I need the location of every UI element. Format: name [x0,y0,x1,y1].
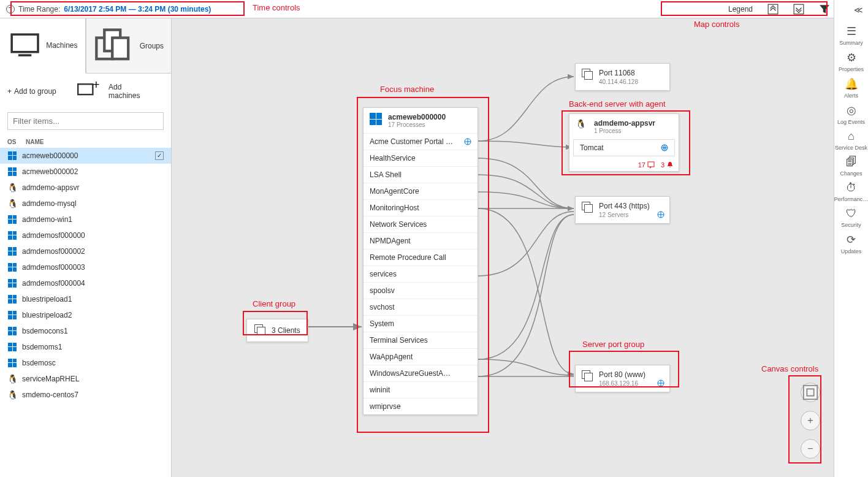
linux-icon: 🐧 [7,199,17,208]
machine-item[interactable]: 🐧admdemo-mysql [0,196,171,212]
collapse-panel-icon[interactable]: ≪ [854,5,863,15]
rp-alerts[interactable]: 🔔Alerts [834,75,868,101]
globe-icon [657,211,664,218]
rp-updates[interactable]: ⟳Updates [834,231,868,257]
windows-icon [7,167,17,177]
linux-icon: 🐧 [576,119,589,132]
process-row[interactable]: services [364,265,478,282]
process-row[interactable]: Remote Procedure Call [364,249,478,265]
machine-item[interactable]: 🐧smdemo-centos7 [0,387,171,403]
machine-item[interactable]: acmeweb000002 [0,164,171,180]
process-row[interactable]: spoolsv [364,282,478,299]
process-row[interactable]: WindowsAzureGuestA… [364,365,478,381]
machine-item[interactable]: bluestripeload1 [0,291,171,307]
process-row[interactable]: MonAgentCore [364,183,478,199]
process-row[interactable]: LSA Shell [364,166,478,183]
checkbox-icon[interactable] [155,151,164,160]
machine-item[interactable]: bsdemocons1 [0,323,171,339]
linux-icon: 🐧 [7,183,17,193]
process-row[interactable]: wmiprvse [364,398,478,414]
process-row[interactable]: HealthService [364,150,478,166]
machine-item[interactable]: bsdemoms1 [0,339,171,355]
sidebar-tabs: Machines Groups [0,18,171,74]
properties-icon: ⚙ [847,51,856,64]
fit-to-screen-button[interactable] [801,383,820,402]
machines-list[interactable]: acmeweb000000acmeweb000002🐧admdemo-appsv… [0,148,171,477]
rp-logevents[interactable]: ◎Log Events [834,101,868,128]
zoom-out-button[interactable]: − [801,439,820,459]
process-row[interactable]: Terminal Services [364,332,478,348]
process-row[interactable]: System [364,315,478,332]
zoom-in-button[interactable]: + [801,411,820,430]
focus-header: acmeweb000000 17 Processes [364,108,478,133]
machine-name-label: admdemosf000002 [22,247,85,256]
legend-button[interactable]: Legend [728,5,753,13]
rp-changes[interactable]: 🗐Changes [834,153,868,179]
windows-icon [7,342,17,352]
map-canvas[interactable]: 3 Clients acmeweb000000 17 Processes Acm… [172,18,834,477]
backend-agent-node[interactable]: 🐧 admdemo-appsvr 1 Process Tomcat 17 3 [569,113,679,172]
alert-badge[interactable]: 17 [638,161,655,169]
process-row[interactable]: NPMDAgent [364,232,478,249]
tab-groups[interactable]: Groups [86,18,172,73]
expand-all-icon[interactable] [793,4,804,15]
windows-icon [370,113,383,126]
collapse-all-icon[interactable] [767,4,779,15]
filter-icon[interactable] [819,4,830,15]
port-443-node[interactable]: Port 443 (https) 12 Servers [575,196,670,224]
client-group-node[interactable]: 3 Clients [246,319,308,342]
process-row[interactable]: Network Services [364,216,478,232]
windows-icon [7,358,17,368]
connection-edges [172,18,834,477]
rp-servicedesk[interactable]: ⌂Service Desk [834,128,868,153]
machine-item[interactable]: 🐧serviceMapRHEL [0,371,171,387]
security-icon: 🛡 [846,207,857,220]
top-bar: Time Range: 6/13/2017 2:54 PM — 3:24 PM … [0,0,868,18]
machine-name-label: admdemo-win1 [22,215,72,224]
process-row[interactable]: WaAppAgent [364,348,478,365]
machine-name-label: bsdemosc [22,359,56,367]
machine-item[interactable]: admdemosf000002 [0,243,171,259]
bell-badge[interactable]: 3 [661,161,674,169]
add-machines-button[interactable]: +Add machines [67,80,140,104]
focus-machine-node[interactable]: acmeweb000000 17 Processes Acme Customer… [363,107,478,415]
filter-input[interactable] [7,112,164,130]
machine-item[interactable]: admdemosf000000 [0,227,171,243]
machine-name-label: admdemo-appsvr [22,183,79,192]
svg-rect-9 [78,84,93,94]
process-row[interactable]: svchost [364,299,478,315]
process-list: Acme Customer Portal …HealthServiceLSA S… [364,133,478,414]
rp-properties[interactable]: ⚙Properties [834,48,868,75]
time-range-control[interactable]: Time Range: 6/13/2017 2:54 PM — 3:24 PM … [6,5,211,13]
machine-item[interactable]: 🐧admdemo-appsvr [0,180,171,196]
port-11068-node[interactable]: Port 11068 40.114.46.128 [575,63,670,91]
process-row[interactable]: Acme Customer Portal … [364,133,478,150]
canvas-zoom-controls: + − [801,383,820,459]
add-to-group-button[interactable]: +Add to group [7,80,56,104]
machine-item[interactable]: acmeweb000000 [0,148,171,164]
svg-rect-8 [112,38,128,59]
tab-machines[interactable]: Machines [0,18,86,74]
machine-name-label: bluestripeload2 [22,311,72,319]
globe-icon [464,138,471,145]
machine-name-label: serviceMapRHEL [22,375,79,383]
machine-item[interactable]: admdemo-win1 [0,212,171,227]
plus-icon: + [7,87,12,96]
machine-item[interactable]: admdemosf000003 [0,259,171,275]
machine-item[interactable]: bluestripeload2 [0,307,171,323]
summary-icon: ☰ [847,25,856,38]
machine-name-label: acmeweb000002 [22,167,78,176]
process-row[interactable]: wininit [364,381,478,398]
rp-summary[interactable]: ☰Summary [834,22,868,48]
windows-icon [7,231,17,240]
rp-performance[interactable]: ⏱Performanc… [834,179,868,205]
machine-item[interactable]: bsdemosc [0,355,171,371]
port-80-node[interactable]: Port 80 (www) 168.63.129.16 [575,365,670,392]
list-header: OS NAME [0,136,171,148]
rp-security[interactable]: 🛡Security [834,205,868,231]
logevents-icon: ◎ [847,104,856,117]
servers-stack-icon [582,370,594,383]
machine-item[interactable]: admdemosf000004 [0,275,171,291]
agent-process-row[interactable]: Tomcat [573,139,675,156]
process-row[interactable]: MonitoringHost [364,199,478,216]
